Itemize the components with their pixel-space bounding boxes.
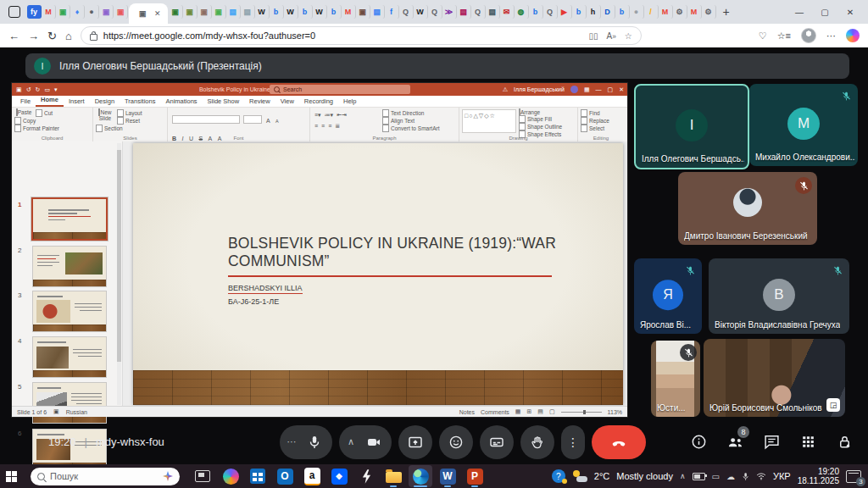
lightning-app-icon[interactable] — [354, 465, 378, 487]
microsoft-store-icon[interactable] — [246, 465, 270, 487]
qat-icon[interactable]: ↺ — [26, 86, 31, 93]
tab-favicon[interactable]: M — [342, 5, 356, 19]
slide-thumbnail-1-selected[interactable] — [31, 197, 108, 241]
tab-favicon[interactable]: W — [313, 5, 327, 19]
tab-favicon[interactable]: f — [385, 5, 399, 19]
bullets-icon[interactable]: ≡▾ — [314, 111, 321, 119]
amazon-icon[interactable]: a — [300, 465, 324, 487]
split-screen-icon[interactable]: ▯▯ — [588, 31, 598, 41]
taskbar-search[interactable]: Пошук — [31, 468, 180, 485]
ribbon-tab[interactable]: Insert — [64, 96, 90, 107]
tab-favicon[interactable]: ▣ — [183, 5, 198, 19]
battery-icon[interactable] — [693, 473, 705, 480]
tab-favicon[interactable]: ◍ — [515, 5, 529, 19]
tab-favicon[interactable]: M — [42, 5, 56, 19]
tab-favicon[interactable]: ▣ — [56, 5, 70, 19]
mic-button[interactable]: ⋯ — [280, 425, 332, 459]
workspace-icon[interactable] — [8, 6, 20, 18]
slide-thumbnail-3[interactable] — [33, 291, 106, 331]
ppt-account-name[interactable]: Ілля Бершадський — [514, 86, 565, 92]
more-options-button[interactable]: ⋮ — [561, 425, 585, 459]
qat-icon[interactable]: ▭ — [44, 86, 50, 93]
video-options-icon[interactable]: ∧ — [342, 436, 359, 447]
dropbox-icon[interactable]: ❖ — [327, 465, 351, 487]
participant-tile[interactable]: І Ілля Олегович Бершадсь... — [634, 84, 749, 169]
settings-more-icon[interactable]: ⋯ — [826, 30, 836, 42]
tab-favicon[interactable]: b — [327, 5, 342, 19]
notes-button[interactable]: Notes — [459, 409, 475, 415]
slide-canvas[interactable]: BOLSHEVIK POLICY IN UKRAINE (1919):“WAR … — [133, 143, 623, 405]
copilot-app-icon[interactable] — [219, 465, 242, 487]
ribbon-tab[interactable]: Help — [338, 96, 361, 107]
ribbon-tab[interactable]: Design — [90, 96, 120, 107]
tab-favicon[interactable]: fy — [27, 5, 42, 19]
slide-thumbnail-2[interactable] — [33, 247, 106, 286]
tab-favicon[interactable]: ✉ — [500, 5, 515, 19]
reactions-button[interactable] — [439, 425, 473, 459]
tab-favicon[interactable]: ● — [85, 5, 99, 19]
raise-hand-button[interactable] — [520, 425, 554, 459]
ribbon-tab[interactable]: Recording — [299, 96, 338, 107]
ppt-minimize-icon[interactable]: — — [596, 86, 602, 92]
chat-icon[interactable] — [764, 434, 780, 450]
task-view-button[interactable] — [195, 470, 210, 482]
tab-favicon[interactable]: M — [659, 5, 673, 19]
tab-favicon[interactable]: ▤ — [241, 5, 255, 19]
tab-favicon[interactable]: ≫ — [442, 5, 457, 19]
window-minimize-button[interactable]: — — [787, 8, 812, 17]
ppt-account-avatar[interactable] — [570, 86, 578, 93]
tab-favicon[interactable]: h — [587, 5, 601, 19]
ribbon-tab[interactable]: Animations — [160, 96, 202, 107]
taskbar-clock[interactable]: 19:20 18.11.2025 — [798, 467, 839, 486]
participant-tile-video[interactable]: Юрій Борисович Смольніков ◲ — [704, 339, 845, 417]
tab-favicon[interactable]: ▤ — [457, 5, 471, 19]
new-tab-button[interactable]: + — [723, 5, 730, 19]
end-call-button[interactable] — [592, 425, 646, 459]
slideshow-icon[interactable]: ▢ — [549, 408, 555, 415]
tab-favicon[interactable]: M — [687, 5, 702, 19]
align-right-icon[interactable]: ≡ — [328, 122, 331, 130]
participant-tile[interactable]: Дмитро Іванович Березенський — [678, 172, 817, 245]
participant-tile-video[interactable]: Юсти... — [651, 341, 700, 417]
ribbon-tab[interactable]: View — [275, 96, 299, 107]
tab-favicon[interactable]: ▣ — [212, 5, 226, 19]
tab-favicon[interactable]: ▣ — [356, 5, 370, 19]
tab-favicon[interactable]: b — [270, 5, 284, 19]
language-indicator[interactable]: Russian — [66, 409, 87, 415]
present-button[interactable] — [398, 425, 432, 459]
increase-font-icon[interactable]: A — [266, 118, 270, 124]
tab-favicon[interactable]: b — [615, 5, 630, 19]
language-indicator[interactable]: УКР — [773, 471, 791, 481]
participants-icon[interactable]: 8 — [727, 434, 743, 450]
tab-favicon[interactable]: / — [644, 5, 659, 19]
meeting-details-icon[interactable] — [691, 434, 707, 450]
tab-favicon[interactable]: D — [601, 5, 615, 19]
help-tray-icon[interactable]: ? — [552, 469, 565, 483]
word-icon[interactable]: W — [436, 465, 459, 487]
tab-favicon[interactable]: Q — [428, 5, 442, 19]
numbering-icon[interactable]: ≔▾ — [325, 111, 334, 119]
tab-favicon[interactable]: ▶ — [558, 5, 572, 19]
window-close-button[interactable]: ✕ — [837, 8, 863, 17]
ribbon-tab[interactable]: Home — [36, 94, 64, 107]
tab-favicon[interactable]: ▣ — [114, 5, 128, 19]
forward-icon[interactable]: → — [28, 30, 39, 42]
tab-favicon[interactable]: ▤ — [486, 5, 500, 19]
ribbon-tab[interactable]: Transitions — [120, 96, 160, 107]
qat-icon[interactable]: ↻ — [36, 86, 41, 93]
favorite-star-icon[interactable]: ☆ — [625, 31, 632, 41]
ribbon-display-icon[interactable]: ▦ — [584, 86, 590, 93]
audio-options-icon[interactable]: ⋯ — [283, 436, 300, 447]
reload-icon[interactable]: ↻ — [47, 30, 57, 42]
host-controls-lock-icon[interactable] — [837, 434, 853, 450]
weather-temp[interactable]: 2°C — [594, 471, 609, 481]
reading-view-icon[interactable]: ▤ — [537, 408, 543, 415]
slide-thumbnail-4[interactable] — [33, 337, 106, 377]
tab-favicon[interactable]: Q — [471, 5, 486, 19]
outlook-icon[interactable]: O — [273, 465, 297, 487]
read-aloud-icon[interactable]: A» — [606, 31, 615, 41]
ppt-close-icon[interactable]: ✕ — [619, 86, 624, 93]
tab-favicon[interactable]: ▣ — [99, 5, 114, 19]
shapes-gallery[interactable]: □○△▽◇☆ — [462, 109, 516, 133]
back-icon[interactable]: ← — [8, 30, 19, 42]
